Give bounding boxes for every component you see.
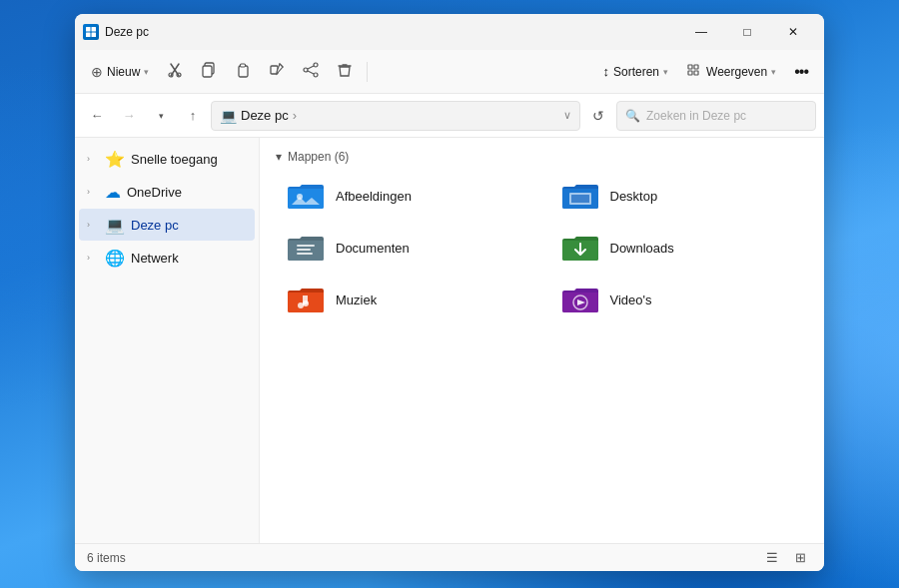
svg-rect-27 xyxy=(297,245,315,247)
path-separator: › xyxy=(293,108,297,123)
window-title: Deze pc xyxy=(105,25,678,39)
folder-label-downloads: Downloads xyxy=(610,241,674,256)
svg-rect-10 xyxy=(239,66,248,77)
section-label: Mappen (6) xyxy=(288,150,349,164)
sidebar-chevron-onedrive: › xyxy=(87,187,99,197)
folder-icon-desktop xyxy=(560,180,600,212)
sidebar-label-netwerk: Netwerk xyxy=(131,251,179,266)
cut-icon xyxy=(167,62,183,81)
sort-label: Sorteren xyxy=(613,65,659,79)
folder-label-documenten: Documenten xyxy=(336,241,410,256)
sort-dropdown-icon: ▾ xyxy=(663,67,668,77)
sidebar-label-snelle-toegang: Snelle toegang xyxy=(131,152,218,167)
sort-button[interactable]: ↕ Sorteren ▾ xyxy=(595,56,677,88)
svg-rect-29 xyxy=(297,253,313,255)
address-path[interactable]: 💻 Deze pc › ∨ xyxy=(211,101,580,131)
svg-point-15 xyxy=(304,68,308,72)
sidebar-item-onedrive[interactable]: › ☁ OneDrive xyxy=(79,176,255,208)
toolbar: ⊕ Nieuw ▾ xyxy=(75,50,824,94)
address-bar: ← → ▾ ↑ 💻 Deze pc › ∨ ↺ 🔍 Zoeken in Deze… xyxy=(75,94,824,138)
paste-icon xyxy=(235,62,251,81)
delete-button[interactable] xyxy=(329,56,361,88)
svg-rect-2 xyxy=(86,33,91,38)
back-button[interactable]: ← xyxy=(83,102,111,130)
svg-rect-28 xyxy=(297,249,311,251)
svg-rect-0 xyxy=(86,27,91,32)
folder-icon-muziek xyxy=(286,284,326,315)
recent-button[interactable]: ▾ xyxy=(147,102,175,130)
share-button[interactable] xyxy=(295,56,327,88)
folder-icon-afbeeldingen xyxy=(286,180,326,212)
new-dropdown-icon: ▾ xyxy=(144,67,149,77)
folder-label-desktop: Desktop xyxy=(610,189,658,204)
grid-view-button[interactable]: ⊞ xyxy=(788,546,812,570)
sidebar-label-deze-pc: Deze pc xyxy=(131,218,179,233)
new-label: Nieuw xyxy=(107,65,140,79)
svg-rect-23 xyxy=(694,71,698,75)
folder-documenten[interactable]: Documenten xyxy=(276,224,534,272)
sidebar-item-snelle-toegang[interactable]: › ⭐ Snelle toegang xyxy=(79,143,255,175)
content-area: › ⭐ Snelle toegang › ☁ OneDrive › 💻 Deze… xyxy=(75,138,824,543)
search-box[interactable]: 🔍 Zoeken in Deze pc xyxy=(616,101,816,131)
view-label: Weergeven xyxy=(706,65,767,79)
up-button[interactable]: ↑ xyxy=(179,102,207,130)
svg-rect-1 xyxy=(92,27,97,32)
list-view-button[interactable]: ☰ xyxy=(760,546,784,570)
view-button[interactable]: Weergeven ▾ xyxy=(678,56,784,88)
folder-afbeeldingen[interactable]: Afbeeldingen xyxy=(276,172,534,220)
section-chevron: ▾ xyxy=(276,150,282,164)
item-count: 6 items xyxy=(87,551,126,565)
more-button[interactable]: ••• xyxy=(786,56,816,88)
maximize-button[interactable]: □ xyxy=(724,16,770,48)
svg-point-31 xyxy=(303,300,309,306)
folder-desktop[interactable]: Desktop xyxy=(550,172,809,220)
share-icon xyxy=(303,62,319,81)
path-root: Deze pc xyxy=(241,108,289,123)
folder-icon-documenten xyxy=(286,232,326,264)
svg-rect-11 xyxy=(241,64,246,67)
refresh-button[interactable]: ↺ xyxy=(584,102,612,130)
toolbar-right-group: ↕ Sorteren ▾ Weergeven ▾ ••• xyxy=(595,56,817,88)
svg-rect-20 xyxy=(688,65,692,69)
sidebar-icon-onedrive: ☁ xyxy=(105,183,121,202)
folder-muziek[interactable]: Muziek xyxy=(276,276,534,323)
folder-videos[interactable]: Video's xyxy=(550,276,809,323)
sidebar: › ⭐ Snelle toegang › ☁ OneDrive › 💻 Deze… xyxy=(75,138,260,543)
section-header[interactable]: ▾ Mappen (6) xyxy=(276,146,808,172)
toolbar-separator xyxy=(367,62,368,82)
close-button[interactable]: ✕ xyxy=(770,16,816,48)
svg-line-18 xyxy=(308,71,314,74)
sidebar-chevron-snelle-toegang: › xyxy=(87,154,99,164)
sidebar-item-deze-pc[interactable]: › 💻 Deze pc xyxy=(79,209,255,241)
folder-downloads[interactable]: Downloads xyxy=(550,224,809,272)
view-icon xyxy=(686,62,702,81)
window-icon xyxy=(83,24,99,40)
main-content: ▾ Mappen (6) Afbeeldingen xyxy=(260,138,824,543)
copy-button[interactable] xyxy=(193,56,225,88)
svg-point-16 xyxy=(314,73,318,77)
folder-label-muziek: Muziek xyxy=(336,293,377,307)
path-pc-icon: 💻 xyxy=(220,108,237,124)
sidebar-item-netwerk[interactable]: › 🌐 Netwerk xyxy=(79,242,255,274)
folder-icon-downloads xyxy=(560,232,600,264)
title-bar: Deze pc — □ ✕ xyxy=(75,14,824,50)
sidebar-chevron-deze-pc: › xyxy=(87,220,99,230)
folder-icon-videos xyxy=(560,284,600,315)
cut-button[interactable] xyxy=(159,56,191,88)
new-button[interactable]: ⊕ Nieuw ▾ xyxy=(83,56,157,88)
sort-icon: ↕ xyxy=(603,64,610,79)
status-view-buttons: ☰ ⊞ xyxy=(760,546,812,570)
sidebar-label-onedrive: OneDrive xyxy=(127,185,182,200)
svg-rect-26 xyxy=(571,195,589,203)
rename-button[interactable] xyxy=(261,56,293,88)
forward-button[interactable]: → xyxy=(115,102,143,130)
svg-rect-3 xyxy=(92,33,97,38)
more-icon: ••• xyxy=(794,63,808,81)
sidebar-icon-snelle-toegang: ⭐ xyxy=(105,150,125,169)
folder-label-videos: Video's xyxy=(610,293,652,307)
window-controls: — □ ✕ xyxy=(678,16,816,48)
folder-label-afbeeldingen: Afbeeldingen xyxy=(336,189,412,204)
minimize-button[interactable]: — xyxy=(678,16,724,48)
paste-button[interactable] xyxy=(227,56,259,88)
path-dropdown-icon: ∨ xyxy=(563,109,571,122)
